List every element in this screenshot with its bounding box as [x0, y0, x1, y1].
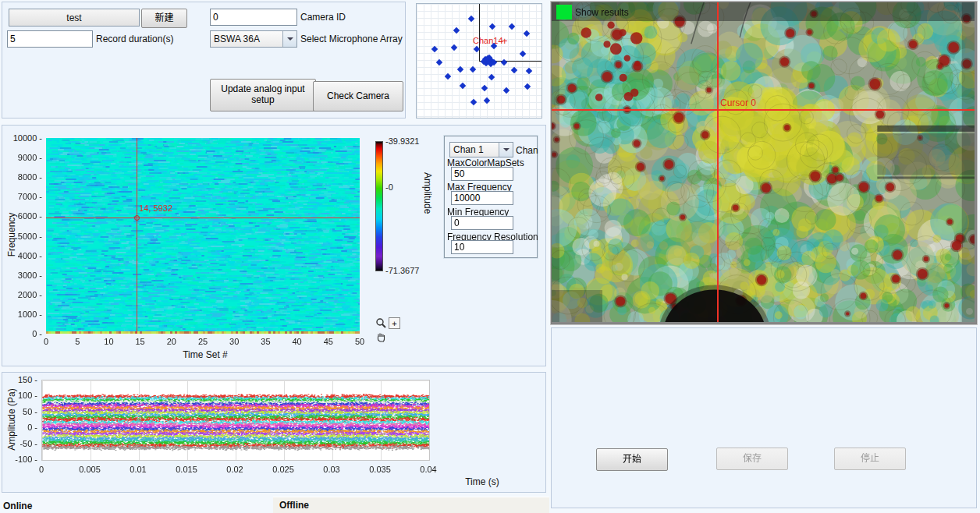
mic-position-dot [484, 97, 490, 104]
action-panel: 开始 保存 停止 [551, 327, 977, 508]
colorbar-min-label: -71.3677 [385, 266, 419, 275]
spectrogram-xtick: 25 [187, 337, 218, 346]
camera-id-label: Camera ID [300, 12, 346, 23]
camera-view[interactable]: Cursor 0 Show results [551, 2, 977, 324]
cursor-move-tool-icon[interactable]: + [389, 317, 400, 329]
waveform-ytick: -100 - [2, 455, 37, 464]
waveform-xtick: 0.015 [168, 465, 205, 474]
update-analog-input-button[interactable]: Update analog input setup [210, 79, 316, 111]
spectrogram-xtick: 0 [30, 337, 62, 346]
waveform-canvas[interactable] [42, 380, 429, 460]
spectrogram-xlabel: Time Set # [174, 349, 236, 360]
start-button[interactable]: 开始 [596, 448, 668, 471]
mic-position-dot [453, 27, 460, 34]
spectrogram-xtick: 35 [250, 337, 281, 346]
spectrogram-cursor-hline[interactable] [46, 218, 360, 218]
online-status: Online [3, 501, 32, 511]
show-results-checkbox[interactable] [556, 5, 572, 19]
mic-cursor-marker[interactable]: + [502, 35, 508, 47]
offline-status: Offline [279, 500, 309, 511]
mic-position-dot [503, 87, 510, 94]
new-project-button[interactable]: 新建 [141, 9, 187, 28]
chevron-down-icon[interactable] [499, 143, 513, 157]
mic-array-select[interactable]: BSWA 36A [210, 30, 297, 48]
spectrogram-ytick: 10000 - [2, 133, 42, 143]
mic-position-dot [509, 23, 515, 30]
channel-select-value: Chan 1 [450, 144, 499, 155]
mic-position-dot [468, 16, 474, 22]
mic-position-dot [470, 99, 477, 105]
spectrogram-ytick: 9000 - [2, 153, 42, 162]
amplitude-colorbar [375, 141, 383, 271]
waveform-ytick: -50 - [2, 439, 37, 448]
settings-panel: test 新建 Record duration(s) Camera ID BSW… [2, 2, 406, 119]
save-button[interactable]: 保存 [716, 448, 788, 470]
camera-cursor-label: Cursor 0 [720, 97, 756, 108]
spectrogram-ytick: 1000 - [2, 310, 42, 319]
zoom-tool-icon[interactable] [375, 317, 387, 329]
stop-button[interactable]: 停止 [834, 448, 906, 470]
spectrogram-ytick: 5000 - [2, 232, 42, 241]
check-camera-button[interactable]: Check Camera [313, 81, 403, 111]
mic-position-dot [488, 74, 495, 80]
waveform-xtick: 0 [23, 465, 60, 474]
spectrogram-xtick: 40 [282, 337, 313, 346]
waveform-ytick: 150 - [2, 375, 37, 384]
spectrogram-xtick: 15 [125, 337, 156, 346]
spectrogram-xtick: 10 [93, 337, 124, 346]
mic-position-dot [431, 46, 438, 52]
mic-position-dot [457, 66, 463, 73]
spectrogram-plot[interactable]: 14, 5932 [46, 138, 360, 334]
waveform-xtick: 0.005 [71, 465, 108, 474]
waveform-xtick: 0.02 [216, 465, 254, 474]
channel-select[interactable]: Chan 1 [449, 142, 513, 157]
spectrogram-xtick: 45 [313, 337, 344, 346]
spectrogram-cursor-point[interactable] [134, 215, 140, 221]
analysis-field-input[interactable] [451, 240, 513, 254]
spectrogram-panel: 14, 5932 Frequency Time Set # -39.9321 -… [2, 125, 546, 366]
offline-status-bar: Offline [273, 497, 549, 513]
analysis-field-input[interactable] [451, 191, 513, 205]
waveform-panel: Amplitude (Pa) Time (s) 150 -100 -50 -0 … [2, 372, 546, 493]
mic-plot-y-axis [479, 4, 480, 62]
mic-position-dot [520, 51, 526, 57]
mic-array-plot[interactable]: Chan14 + [416, 3, 542, 119]
spectrogram-ytick: 7000 - [2, 192, 42, 201]
mic-position-dot [436, 59, 442, 65]
spectrogram-ytick: 2000 - [2, 290, 42, 299]
analysis-field-input[interactable] [451, 216, 513, 230]
mic-position-dot [524, 30, 530, 37]
camera-cursor-vline[interactable] [717, 2, 719, 322]
spectrogram-canvas[interactable] [46, 138, 360, 334]
analysis-field-input[interactable] [451, 167, 513, 181]
record-duration-label: Record duration(s) [96, 34, 173, 44]
project-name-field[interactable]: test [9, 9, 140, 27]
camera-image-canvas[interactable] [552, 2, 975, 322]
spectrogram-ytick: 8000 - [2, 172, 42, 182]
channel-select-label: Chan [516, 145, 538, 156]
spectrogram-ytick: 3000 - [2, 271, 42, 280]
colorbar-axis-label: Amplitude [422, 172, 433, 214]
chevron-down-icon[interactable] [282, 31, 296, 47]
mic-array-label: Select Microphone Array [300, 34, 403, 44]
camera-cursor-hline[interactable] [552, 109, 975, 111]
waveform-xtick: 0.035 [361, 465, 399, 474]
camera-id-input[interactable] [210, 9, 297, 26]
analysis-controls-box: Chan 1 Chan MaxColorMapSetsMax Frequency… [444, 136, 538, 258]
waveform-plot[interactable] [41, 380, 430, 461]
spectrogram-cursor-vline[interactable] [137, 138, 137, 334]
spectrogram-ytick: 4000 - [2, 251, 42, 260]
spectrogram-xtick: 30 [218, 337, 250, 346]
waveform-xtick: 0.01 [119, 465, 157, 474]
waveform-xtick: 0.03 [313, 465, 350, 474]
mic-position-dot [524, 83, 531, 90]
pan-hand-tool-icon[interactable] [375, 331, 386, 342]
spectrogram-ytick: 6000 - [2, 211, 42, 221]
spectrogram-xtick: 50 [344, 337, 375, 346]
mic-position-dot [489, 23, 495, 30]
waveform-ytick: 100 - [2, 391, 37, 400]
show-results-label: Show results [575, 7, 629, 18]
waveform-xtick: 0.025 [265, 465, 302, 474]
record-duration-input[interactable] [7, 30, 93, 48]
colorbar-mid-label: -0 [385, 182, 393, 192]
